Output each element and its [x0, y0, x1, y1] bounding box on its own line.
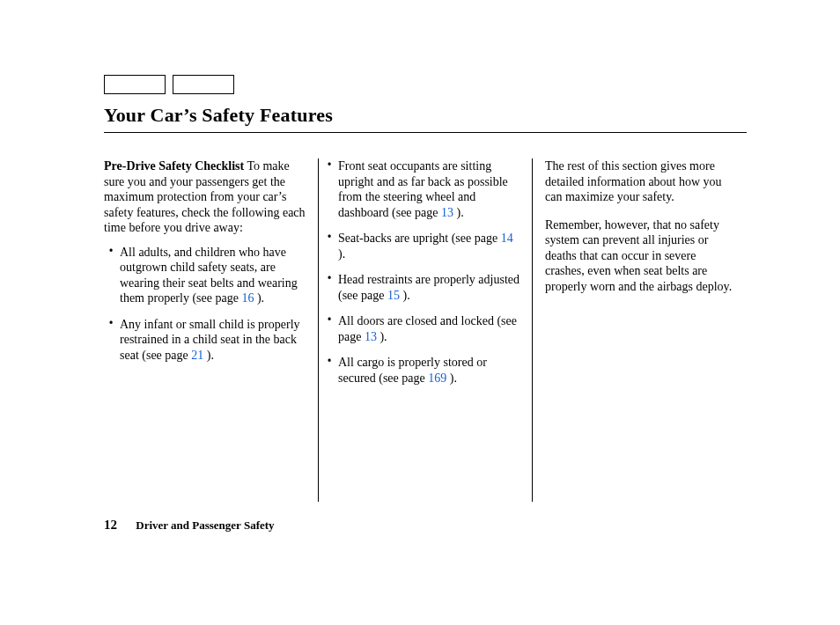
column-2: Front seat occupants are sitting upright… — [318, 158, 532, 502]
item-text-after: ). — [377, 330, 387, 343]
list-item: Any infant or small child is properly re… — [109, 317, 309, 364]
page-footer: 12 Driver and Passenger Safety — [104, 518, 275, 533]
checklist-heading: Pre-Drive Safety Checklist — [104, 159, 244, 173]
summary-paragraph-1: The rest of this section gives more deta… — [545, 158, 737, 205]
page-ref-link[interactable]: 16 — [241, 291, 254, 305]
item-text-after: ). — [203, 349, 214, 362]
checklist-col1: All adults, and children who have outgro… — [109, 245, 309, 364]
page-ref-link[interactable]: 169 — [428, 371, 446, 385]
item-text-after: ). — [400, 289, 410, 302]
content-columns: Pre-Drive Safety Checklist To make sure … — [104, 158, 747, 502]
page-ref-link[interactable]: 14 — [501, 232, 513, 245]
column-1: Pre-Drive Safety Checklist To make sure … — [104, 158, 318, 502]
section-name: Driver and Passenger Safety — [136, 518, 274, 532]
item-text: Front seat occupants are sitting upright… — [338, 159, 508, 219]
page-ref-link[interactable]: 21 — [191, 349, 203, 362]
item-text-after: ). — [254, 291, 264, 305]
manual-page: Your Car’s Safety Features Pre-Drive Saf… — [0, 0, 840, 625]
item-text: All adults, and children who have outgro… — [120, 246, 298, 305]
list-item: Front seat occupants are sitting upright… — [328, 158, 523, 220]
list-item: All adults, and children who have outgro… — [109, 245, 309, 306]
page-ref-link[interactable]: 13 — [441, 206, 453, 219]
page-ref-link[interactable]: 15 — [387, 289, 400, 302]
list-item: All cargo is properly stored or secured … — [328, 355, 523, 386]
checklist-col2: Front seat occupants are sitting upright… — [328, 158, 523, 386]
list-item: All doors are closed and locked (see pag… — [328, 313, 523, 344]
item-text: All cargo is properly stored or secured … — [338, 356, 487, 385]
summary-paragraph-2: Remember, however, that no safety system… — [545, 217, 737, 295]
header-tabs — [104, 75, 234, 94]
page-ref-link[interactable]: 13 — [365, 330, 377, 343]
title-rule — [104, 132, 747, 133]
column-3: The rest of this section gives more deta… — [532, 158, 746, 502]
item-text-after: ). — [453, 206, 464, 219]
item-text-after: ). — [338, 247, 345, 261]
list-item: Head restraints are properly adjusted (s… — [328, 272, 523, 303]
item-text-after: ). — [446, 371, 457, 385]
item-text: Head restraints are properly adjusted (s… — [338, 273, 519, 302]
list-item: Seat-backs are upright (see page 14 ). — [328, 231, 523, 261]
item-text: Seat-backs are upright (see page — [338, 232, 501, 245]
page-title: Your Car’s Safety Features — [104, 104, 333, 127]
tab-box-2 — [173, 75, 234, 94]
page-number: 12 — [104, 518, 117, 532]
tab-box-1 — [104, 75, 166, 94]
